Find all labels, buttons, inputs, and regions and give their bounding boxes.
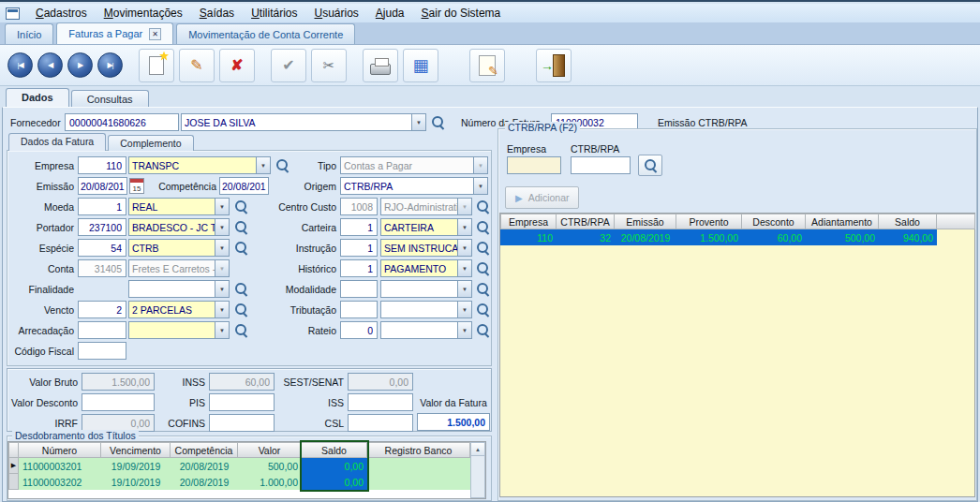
- tributacao-dropdown-icon[interactable]: ▼: [457, 302, 471, 317]
- empresa-dropdown-icon[interactable]: ▼: [256, 157, 270, 173]
- tab-faturas-a-pagar[interactable]: Faturas a Pagar ✕: [56, 22, 173, 44]
- col-empresa[interactable]: Empresa: [500, 214, 557, 229]
- cell-valor[interactable]: 1.000,00: [238, 474, 302, 490]
- exit-button[interactable]: →: [536, 49, 572, 82]
- moeda-desc-combo[interactable]: REAL ▼: [128, 198, 230, 215]
- cell-valor[interactable]: 500,00: [238, 458, 302, 474]
- fornecedor-search-icon[interactable]: [431, 115, 445, 129]
- ctrb-cell-saldo[interactable]: 940,00: [879, 229, 937, 245]
- col-competencia[interactable]: Competência: [171, 442, 238, 458]
- cofins-input[interactable]: [209, 414, 275, 432]
- cell-registro-banco[interactable]: [367, 474, 470, 490]
- menu-saidas[interactable]: Saídas: [191, 5, 243, 22]
- carteira-code-input[interactable]: [340, 218, 378, 236]
- cell-saldo[interactable]: 0,00: [302, 458, 367, 474]
- carteira-search-icon[interactable]: [476, 220, 490, 234]
- edit-record-button[interactable]: ✎: [179, 49, 215, 82]
- ctrb-cell-desconto[interactable]: 60,00: [742, 229, 806, 245]
- confirm-button[interactable]: ✔: [271, 49, 306, 82]
- nav-next-button[interactable]: ▶: [67, 52, 93, 78]
- grid-view-button[interactable]: ▦: [403, 49, 438, 82]
- ctrb-rpa-input[interactable]: [571, 156, 631, 174]
- col-ctrb-rpa[interactable]: CTRB/RPA: [557, 214, 615, 229]
- cell-competencia[interactable]: 20/08/2019: [171, 474, 238, 490]
- cell-vencimento[interactable]: 19/09/2019: [101, 458, 171, 474]
- print-button[interactable]: [363, 49, 398, 82]
- cell-numero[interactable]: 11000003201: [19, 458, 101, 474]
- ctrb-cell-provento[interactable]: 1.500,00: [676, 229, 742, 245]
- portador-code-input[interactable]: [78, 218, 126, 236]
- empresa-desc-combo[interactable]: TRANSPC ▼: [128, 156, 271, 174]
- centro-custo-search-icon[interactable]: [476, 199, 490, 214]
- codigo-fiscal-input[interactable]: [78, 342, 126, 360]
- origem-combo[interactable]: CTRB/RPA ▼: [340, 177, 488, 195]
- tributacao-combo[interactable]: ▼: [380, 301, 472, 318]
- rateio-combo[interactable]: ▼: [380, 321, 472, 339]
- menu-movimentacoes[interactable]: Movimentações: [96, 5, 191, 22]
- col-provento[interactable]: Provento: [676, 214, 742, 229]
- rateio-code-input[interactable]: [340, 321, 378, 339]
- rateio-search-icon[interactable]: [476, 323, 490, 337]
- moeda-code-input[interactable]: [78, 198, 126, 215]
- moeda-search-icon[interactable]: [234, 199, 248, 214]
- delete-record-button[interactable]: ✘: [219, 49, 255, 82]
- arrecadacao-combo[interactable]: ▼: [128, 321, 230, 339]
- ctrb-empresa-input[interactable]: [507, 156, 561, 174]
- tab-dados-da-fatura[interactable]: Dados da Fatura: [8, 133, 106, 151]
- tab-movimentacao-conta-corrente[interactable]: Movimentação de Conta Corrente: [176, 23, 355, 44]
- vencto-dropdown-icon[interactable]: ▼: [215, 302, 229, 317]
- nav-first-button[interactable]: |◀: [7, 52, 33, 78]
- arrecadacao-dropdown-icon[interactable]: ▼: [215, 322, 229, 338]
- nav-previous-button[interactable]: ◀: [37, 52, 63, 78]
- cell-competencia[interactable]: 20/08/2019: [171, 458, 238, 474]
- instrucao-search-icon[interactable]: [476, 241, 490, 255]
- competencia-date-input[interactable]: [219, 177, 269, 195]
- instrucao-code-input[interactable]: [340, 239, 378, 257]
- carteira-dropdown-icon[interactable]: ▼: [457, 219, 471, 235]
- portador-desc-combo[interactable]: BRADESCO - JC TH ▼: [128, 218, 230, 236]
- col-emissao[interactable]: Emissão: [615, 214, 676, 229]
- menu-cadastros[interactable]: Cadastros: [27, 5, 96, 22]
- vencto-combo[interactable]: 2 PARCELAS ▼: [128, 301, 230, 318]
- carteira-combo[interactable]: CARTEIRA ▼: [380, 218, 472, 236]
- ctrb-cell-adiantamento[interactable]: 500,00: [806, 229, 879, 245]
- emissao-date-input[interactable]: [78, 177, 127, 195]
- col-desconto[interactable]: Desconto: [742, 214, 806, 229]
- valor-desconto-input[interactable]: [82, 393, 155, 411]
- new-record-button[interactable]: [139, 49, 174, 82]
- cell-registro-banco[interactable]: [367, 458, 470, 474]
- iss-input[interactable]: [348, 393, 413, 411]
- especie-dropdown-icon[interactable]: ▼: [215, 240, 229, 256]
- rateio-dropdown-icon[interactable]: ▼: [457, 322, 471, 338]
- col-vencimento[interactable]: Vencimento: [101, 442, 171, 458]
- finalidade-search-icon[interactable]: [234, 282, 248, 296]
- tab-close-icon[interactable]: ✕: [149, 28, 161, 40]
- especie-desc-combo[interactable]: CTRB ▼: [128, 239, 230, 257]
- instrucao-combo[interactable]: SEM INSTRUCAO ▼: [380, 239, 472, 257]
- col-valor[interactable]: Valor: [238, 442, 302, 458]
- historico-combo[interactable]: PAGAMENTO ▼: [380, 259, 472, 277]
- historico-code-input[interactable]: [340, 259, 378, 277]
- menu-usuarios[interactable]: Usuários: [305, 5, 366, 22]
- col-numero[interactable]: Número: [19, 442, 101, 458]
- modalidade-search-icon[interactable]: [476, 282, 490, 296]
- especie-code-input[interactable]: [78, 239, 126, 257]
- pis-input[interactable]: [209, 393, 275, 411]
- menu-sair-do-sistema[interactable]: Sair do Sistema: [413, 5, 510, 22]
- tributacao-search-icon[interactable]: [476, 303, 490, 317]
- fornecedor-dropdown-icon[interactable]: ▼: [411, 114, 425, 130]
- col-saldo[interactable]: Saldo: [302, 442, 367, 458]
- ctrb-cell-ctrb-rpa[interactable]: 32: [557, 229, 615, 245]
- menu-ajuda[interactable]: Ajuda: [367, 5, 413, 22]
- ctrb-cell-empresa[interactable]: 110: [500, 229, 557, 245]
- cell-saldo[interactable]: 0,00: [302, 474, 367, 490]
- calendar-icon[interactable]: 15: [129, 178, 144, 194]
- cell-vencimento[interactable]: 19/10/2019: [101, 474, 171, 490]
- notes-button[interactable]: ✎: [469, 49, 505, 82]
- portador-search-icon[interactable]: [234, 220, 248, 234]
- modalidade-code-input[interactable]: [340, 280, 378, 298]
- nav-last-button[interactable]: ▶|: [97, 52, 123, 78]
- origem-dropdown-icon[interactable]: ▼: [473, 178, 487, 194]
- menu-utilitarios[interactable]: Utilitários: [243, 5, 305, 22]
- scroll-up-icon[interactable]: ▲: [471, 443, 484, 456]
